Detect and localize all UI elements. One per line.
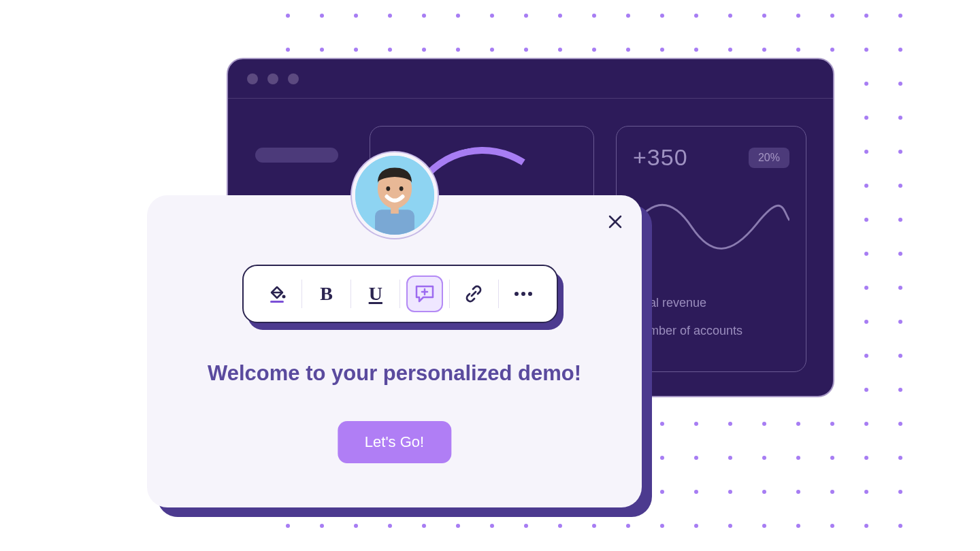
decorative-dot — [320, 48, 324, 52]
decorative-dot — [728, 422, 732, 426]
decorative-dot — [490, 14, 494, 18]
paint-bucket-icon — [266, 283, 288, 305]
svg-point-13 — [521, 292, 525, 296]
decorative-dot — [898, 218, 902, 222]
decorative-dot — [524, 14, 528, 18]
link-button[interactable] — [455, 276, 492, 312]
sparkline-chart — [633, 190, 789, 251]
svg-point-2 — [386, 186, 390, 191]
decorative-dot — [898, 184, 902, 188]
legend-item: Number of accounts — [633, 317, 789, 345]
decorative-dot — [422, 524, 426, 528]
decorative-dot — [456, 14, 460, 18]
svg-point-12 — [514, 292, 519, 296]
decorative-dot — [626, 48, 630, 52]
decorative-dot — [864, 184, 868, 188]
svg-rect-5 — [391, 207, 399, 214]
stat-change-badge: 20% — [749, 148, 789, 168]
decorative-dot — [762, 422, 766, 426]
decorative-dot — [864, 354, 868, 358]
decorative-dot — [422, 48, 426, 52]
decorative-dot — [898, 48, 902, 52]
decorative-dot — [864, 14, 868, 18]
lets-go-button[interactable]: Let's Go! — [338, 421, 451, 463]
toolbar-divider — [498, 280, 499, 308]
decorative-dot — [388, 48, 392, 52]
decorative-dot — [898, 388, 902, 392]
toolbar-divider — [301, 280, 302, 308]
decorative-dot — [898, 354, 902, 358]
decorative-dot — [660, 490, 664, 494]
decorative-dot — [864, 116, 868, 120]
decorative-dot — [796, 456, 800, 460]
svg-point-8 — [282, 295, 286, 299]
decorative-dot — [898, 524, 902, 528]
comment-plus-icon — [414, 284, 436, 304]
decorative-dot — [762, 524, 766, 528]
decorative-dot — [524, 48, 528, 52]
traffic-light-dot — [267, 73, 278, 84]
decorative-dot — [694, 14, 698, 18]
decorative-dot — [694, 456, 698, 460]
decorative-dot — [694, 48, 698, 52]
decorative-dot — [898, 286, 902, 290]
decorative-dot — [558, 48, 562, 52]
decorative-dot — [898, 82, 902, 86]
decorative-dot — [830, 456, 834, 460]
decorative-dot — [286, 14, 290, 18]
decorative-dot — [762, 456, 766, 460]
decorative-dot — [422, 14, 426, 18]
decorative-dot — [456, 48, 460, 52]
decorative-dot — [796, 48, 800, 52]
decorative-dot — [388, 524, 392, 528]
comment-button[interactable] — [406, 276, 443, 312]
decorative-dot — [898, 252, 902, 256]
decorative-dot — [864, 524, 868, 528]
underline-button[interactable]: U — [357, 276, 394, 312]
decorative-dot — [864, 388, 868, 392]
decorative-dot — [626, 524, 630, 528]
decorative-dot — [728, 48, 732, 52]
decorative-dot — [354, 48, 358, 52]
decorative-dot — [592, 524, 596, 528]
decorative-dot — [626, 14, 630, 18]
decorative-dot — [864, 218, 868, 222]
decorative-dot — [864, 422, 868, 426]
modal-headline: Welcome to your personalized demo! — [147, 361, 642, 386]
decorative-dot — [830, 524, 834, 528]
decorative-dot — [762, 490, 766, 494]
decorative-dot — [796, 524, 800, 528]
traffic-light-dot — [288, 73, 299, 84]
decorative-dot — [354, 14, 358, 18]
decorative-dot — [864, 48, 868, 52]
more-button[interactable] — [505, 276, 542, 312]
welcome-modal: B U — [147, 195, 642, 507]
decorative-dot — [694, 422, 698, 426]
decorative-dot — [660, 14, 664, 18]
decorative-dot — [592, 14, 596, 18]
avatar — [352, 152, 438, 238]
decorative-dot — [660, 456, 664, 460]
decorative-dot — [558, 524, 562, 528]
decorative-dot — [592, 48, 596, 52]
decorative-dot — [694, 524, 698, 528]
decorative-dot — [728, 524, 732, 528]
bold-button[interactable]: B — [308, 276, 345, 312]
window-titlebar — [228, 59, 833, 99]
decorative-dot — [660, 48, 664, 52]
link-icon — [463, 284, 484, 304]
decorative-dot — [898, 490, 902, 494]
decorative-dot — [728, 490, 732, 494]
decorative-dot — [558, 14, 562, 18]
svg-rect-9 — [270, 301, 284, 303]
fill-color-button[interactable] — [259, 276, 295, 312]
legend-item: Total revenue — [633, 289, 789, 317]
decorative-dot — [830, 422, 834, 426]
decorative-dot — [524, 524, 528, 528]
decorative-dot — [898, 320, 902, 324]
toolbar-divider — [449, 280, 450, 308]
decorative-dot — [864, 456, 868, 460]
decorative-dot — [796, 14, 800, 18]
close-button[interactable] — [608, 214, 623, 232]
decorative-dot — [728, 14, 732, 18]
